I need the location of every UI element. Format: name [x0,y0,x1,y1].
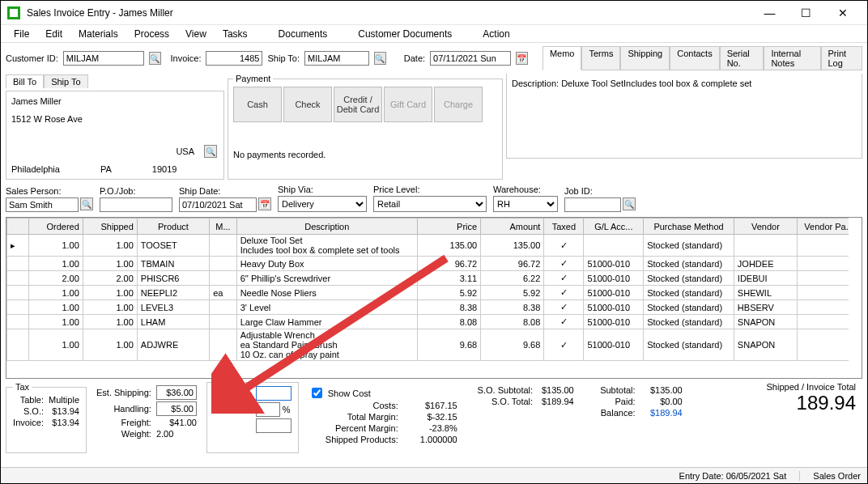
shipdate-picker-icon[interactable]: 📅 [258,197,271,210]
tab-print-log[interactable]: Print Log [821,46,863,70]
tab-internal-notes[interactable]: Internal Notes [764,46,820,70]
so-subtotal-label: S.O. Subtotal: [474,385,533,395]
finance-extra-input[interactable] [256,418,291,433]
show-cost-checkbox[interactable] [312,388,322,398]
pricelevel-select[interactable]: Retail [373,196,487,212]
total-margin-value: $-32.15 [403,412,457,422]
ship-to-lookup-icon[interactable]: 🔍 [374,52,386,65]
menu-file[interactable]: File [6,27,37,41]
maximize-button[interactable]: ☐ [788,2,824,24]
table-row[interactable]: 2.002.00PHISCR66'' Phillip's Screwdriver… [7,271,849,286]
pay-credit-button[interactable]: Credit / Debit Card [334,87,382,122]
salesperson-input[interactable] [6,197,79,212]
tab-bill-to[interactable]: Bill To [6,74,44,88]
show-cost-label: Show Cost [328,388,371,398]
jobid-lookup-icon[interactable]: 🔍 [623,197,636,210]
payment-note: No payments recorded. [233,150,497,159]
address-country: USA [176,146,194,156]
jobid-input[interactable] [564,197,621,212]
tax-panel: Tax Table:Multiple S.O.:$13.94 Invoice:$… [6,382,87,453]
grid-horizontal-scrollbar[interactable] [6,365,862,378]
titlebar: Sales Invoice Entry - James Miller — ☐ ✕ [1,1,867,25]
tab-serial-no[interactable]: Serial No. [720,46,764,70]
grid-col-0[interactable] [7,219,29,235]
shipdate-input[interactable] [179,197,257,212]
tab-ship-to[interactable]: Ship To [44,74,88,88]
menu-edit[interactable]: Edit [37,27,70,41]
handling-label: Handling: [96,404,151,414]
grid-col-3[interactable]: Product [137,219,209,235]
payment-panel: Payment Cash Check Credit / Debit Card G… [228,74,503,180]
warehouse-select[interactable]: RH [493,196,558,212]
table-row[interactable]: 1.001.00NEEPLI2eaNeedle Nose Pliers5.925… [7,286,849,300]
menu-process[interactable]: Process [126,27,177,41]
grid-col-9[interactable]: G/L Acc... [584,219,644,235]
shipvia-select[interactable]: Delivery [278,196,367,212]
date-picker-icon[interactable]: 📅 [516,52,528,65]
grid-col-6[interactable]: Price [418,219,481,235]
discount-input[interactable] [256,402,280,417]
date-input[interactable] [430,51,511,66]
handling-input[interactable] [156,401,197,416]
menu-action[interactable]: Action [474,27,517,41]
grid-col-2[interactable]: Shipped [83,219,137,235]
table-row[interactable]: 1.001.00LHAMLarge Claw Hammer8.088.08✓51… [7,315,849,329]
so-panel: S.O. Subtotal:$135.00 S.O. Total:$189.94 [467,382,581,453]
address-panel: Bill To Ship To James Miller 1512 W Rose… [6,74,224,180]
grid-col-10[interactable]: Purchase Method [644,219,734,235]
grid-vertical-scrollbar[interactable] [849,218,862,365]
close-button[interactable]: ✕ [824,2,861,24]
tab-memo[interactable]: Memo [542,46,582,70]
pay-cash-button[interactable]: Cash [233,87,282,122]
status-mode: Sales Order [799,471,861,481]
grid-col-11[interactable]: Vendor [734,219,797,235]
grid-col-4[interactable]: M... [210,219,237,235]
pojob-input[interactable] [100,197,172,212]
freight-label: Freight: [96,418,151,427]
pay-charge-button[interactable]: Charge [434,87,483,122]
detail-tabs: Memo Terms Shipping Contacts Serial No. … [542,46,862,70]
menu-documents[interactable]: Documents [270,27,336,41]
payment-legend: Payment [233,74,273,83]
customer-id-lookup-icon[interactable]: 🔍 [149,52,161,65]
tab-terms[interactable]: Terms [581,46,620,70]
description-label: Description: [512,79,559,88]
menubar: File Edit Materials Process View Tasks D… [1,25,867,43]
salesperson-lookup-icon[interactable]: 🔍 [80,197,93,210]
tax-table-value: Multiple [49,395,79,405]
grid-col-8[interactable]: Taxed [544,219,584,235]
menu-customer-documents[interactable]: Customer Documents [350,27,460,41]
statusbar: Entry Date: 06/05/2021 Sat Sales Order [1,467,867,483]
customer-id-input[interactable] [63,51,144,66]
table-row[interactable]: 1.001.00TBMAINHeavy Duty Box96.7296.72✓5… [7,257,849,271]
header-row: Customer ID: 🔍 Invoice: Ship To: 🔍 Date:… [1,43,867,74]
balance-label: Balance: [590,408,636,418]
grid-col-5[interactable]: Description [236,219,417,235]
tab-shipping[interactable]: Shipping [620,46,670,70]
shipped-products-label: Shipped Products: [308,435,398,444]
ship-to-input[interactable] [304,51,369,66]
tax-table-label: Table: [13,395,44,405]
grid-col-12[interactable]: Vendor Pa... [798,219,849,235]
app-icon [7,6,20,19]
grid-col-1[interactable]: Ordered [28,219,83,235]
line-items-grid[interactable]: OrderedShippedProductM...DescriptionPric… [6,217,862,379]
grid-col-7[interactable]: Amount [481,219,544,235]
menu-tasks[interactable]: Tasks [215,27,256,41]
address-lookup-icon[interactable]: 🔍 [204,145,217,158]
est-shipping-input[interactable] [156,385,197,400]
menu-view[interactable]: View [177,27,215,41]
table-row[interactable]: ▸1.001.00TOOSETDeluxe Tool SetIncludes t… [7,235,849,257]
invoice-input[interactable] [206,51,262,66]
finance-panel: Finance Discount: % [206,382,299,453]
minimize-button[interactable]: — [751,2,788,24]
tab-contacts[interactable]: Contacts [670,46,719,70]
pay-giftcard-button[interactable]: Gift Card [384,87,432,122]
menu-materials[interactable]: Materials [70,27,126,41]
table-row[interactable]: 1.001.00ADJWREAdjustable Wrenchea Standa… [7,329,849,361]
finance-input[interactable] [256,386,291,401]
table-row[interactable]: 1.001.00LEVEL33' Level8.388.38✓51000-010… [7,300,849,315]
pay-check-button[interactable]: Check [283,87,332,122]
address-zip: 19019 [152,164,177,174]
pojob-label: P.O./Job: [100,186,172,196]
